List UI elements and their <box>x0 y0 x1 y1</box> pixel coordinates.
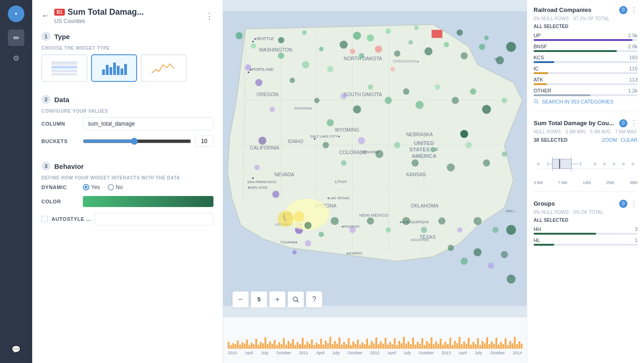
railroad-item-name: OTHER <box>534 88 552 93</box>
timeline-label: 2012 <box>370 351 380 355</box>
railroad-item-bar <box>534 72 548 74</box>
timeline-bar <box>389 342 391 349</box>
nav-chat-icon[interactable]: 💬 <box>8 341 24 357</box>
more-options-button[interactable]: ⋮ <box>205 11 213 21</box>
railroad-search-button[interactable]: SEARCH IN 353 CATEGORIES <box>534 99 638 104</box>
dynamic-no-radio[interactable] <box>108 184 114 190</box>
autostyle-checkbox[interactable] <box>41 216 48 222</box>
svg-point-104 <box>403 88 409 95</box>
autostyle-input[interactable] <box>95 213 213 225</box>
section-behavior-label: DEFINE HOW YOUR WIDGET INTERACTS WITH TH… <box>41 175 213 180</box>
zoom-out-button[interactable]: − <box>232 291 249 308</box>
dynamic-yes-radio[interactable] <box>83 184 89 190</box>
dynamic-yes-label[interactable]: Yes <box>83 184 100 190</box>
panel-header-left: ← B1 Sum Total Damag... US Counties <box>41 7 144 24</box>
timeline-bar <box>339 337 340 349</box>
histogram-chart[interactable]: 3.8M 7.6M 13M 25M 38M <box>534 145 638 185</box>
right-panel: Railroad Companies 0 ⋮ 0% NULL ROWS 47.2… <box>527 0 644 363</box>
nav-settings-icon[interactable]: ⚙ <box>8 50 24 66</box>
back-button[interactable]: ← <box>41 11 50 21</box>
color-row: COLOR <box>41 196 213 207</box>
timeline-bar <box>479 345 481 349</box>
timeline-bar <box>489 344 490 349</box>
search-map-button[interactable] <box>288 291 304 308</box>
svg-rect-152 <box>538 168 623 169</box>
railroad-item: UP 2.5k <box>534 33 638 41</box>
timeline-bar <box>264 337 266 349</box>
svg-point-136 <box>438 218 446 225</box>
svg-point-120 <box>430 147 436 152</box>
groups-item-name: HH <box>534 226 541 232</box>
timeline-label: July <box>261 351 268 355</box>
railroad-item: OTHER 1.2k <box>534 88 638 96</box>
timeline[interactable]: 2010AprilJulyOctober2011AprilJulyOctober… <box>223 317 527 363</box>
svg-text:SOUTH DAKOTA: SOUTH DAKOTA <box>344 92 382 97</box>
nav-edit-icon[interactable]: ✏ <box>8 29 24 46</box>
timeline-bar <box>382 344 384 349</box>
timeline-bar <box>362 342 363 349</box>
groups-item-bar <box>534 233 596 235</box>
timeline-bar <box>486 337 488 349</box>
groups-more-button[interactable]: ⋮ <box>630 199 638 208</box>
dynamic-no-label[interactable]: No <box>108 184 123 190</box>
color-picker[interactable] <box>83 196 213 207</box>
histogram-more-button[interactable]: ⋮ <box>630 119 638 127</box>
timeline-bar <box>292 339 294 349</box>
timeline-bar <box>320 339 322 349</box>
timeline-bar <box>304 345 306 349</box>
timeline-bar <box>258 345 259 349</box>
widget-type-line[interactable] <box>141 54 187 82</box>
clear-histogram-button[interactable]: CLEAR <box>621 137 638 143</box>
svg-text:NEBRASKA: NEBRASKA <box>406 132 433 137</box>
timeline-bar <box>375 337 377 349</box>
svg-rect-1 <box>52 66 77 69</box>
timeline-bar <box>325 340 327 349</box>
timeline-bar <box>502 344 504 349</box>
timeline-bar <box>380 341 382 349</box>
svg-text:MONTANA: MONTANA <box>294 106 312 110</box>
buckets-slider[interactable] <box>83 138 191 145</box>
app-logo[interactable]: • <box>8 6 24 22</box>
timeline-bar <box>332 344 334 349</box>
timeline-bar <box>385 338 386 349</box>
svg-point-84 <box>290 78 295 83</box>
timeline-bar <box>454 341 456 349</box>
widget-type-bar[interactable] <box>91 54 137 82</box>
map-main[interactable]: WASHINGTON OREGON CALIFORNIA NEVADA IDAH… <box>223 0 527 317</box>
timeline-bar <box>341 345 343 349</box>
groups-meta: 0% NULL ROWS 0% OF TOTAL <box>534 210 638 215</box>
timeline-bar <box>398 341 400 349</box>
timeline-label: April <box>387 351 396 355</box>
timeline-bar <box>456 343 458 349</box>
timeline-label: April <box>316 351 324 355</box>
timeline-bar <box>378 344 380 349</box>
svg-rect-6 <box>109 67 112 75</box>
timeline-labels: 2010AprilJulyOctober2011AprilJulyOctober… <box>228 351 522 355</box>
timeline-bar <box>355 344 356 349</box>
timeline-bar <box>371 341 373 349</box>
panel-title-block: B1 Sum Total Damag... US Counties <box>54 7 144 24</box>
widget-type-selector <box>41 54 213 82</box>
svg-rect-10 <box>124 64 127 75</box>
svg-point-78 <box>272 190 280 198</box>
timeline-bar <box>482 341 483 349</box>
timeline-bar <box>244 344 246 349</box>
buckets-label: BUCKETS <box>41 138 78 144</box>
railroad-item-bar <box>534 39 632 41</box>
zoom-histogram-button[interactable]: ZOOM <box>602 137 617 143</box>
timeline-bar <box>366 339 368 349</box>
histogram-title: Sum Total Damage by Cou... <box>534 120 614 127</box>
timeline-bar <box>459 337 460 349</box>
groups-item-bar-bg <box>534 233 638 235</box>
timeline-bar <box>387 345 389 349</box>
column-input[interactable] <box>83 117 213 130</box>
timeline-bar <box>521 344 523 349</box>
widget-type-table[interactable] <box>41 54 87 82</box>
svg-point-146 <box>506 275 515 283</box>
zoom-in-button[interactable]: + <box>269 291 286 308</box>
svg-point-115 <box>341 160 346 166</box>
timeline-label: 2013 <box>442 351 451 355</box>
section-data: 2 Data CONFIGURE YOUR VALUES COLUMN BUCK… <box>41 95 213 152</box>
help-map-button[interactable]: ? <box>306 291 322 308</box>
railroad-more-button[interactable]: ⋮ <box>630 6 638 14</box>
